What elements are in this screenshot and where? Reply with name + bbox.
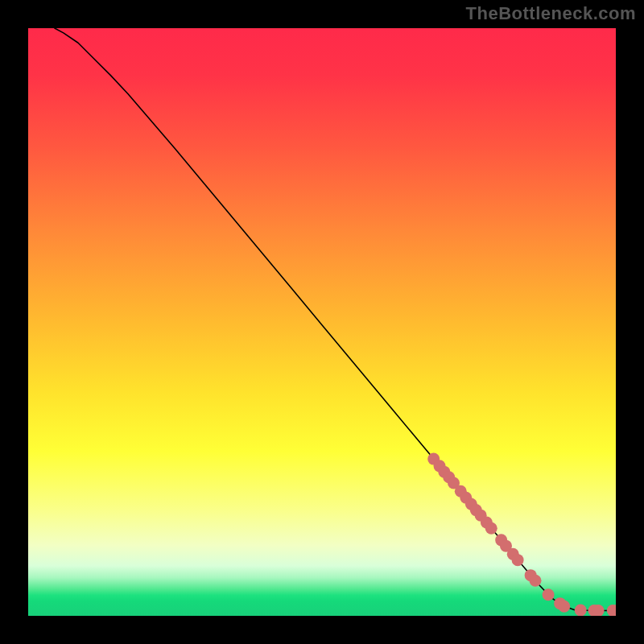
chart-stage: TheBottleneck.com [0,0,644,644]
marker-point [512,554,524,566]
plot-area [28,28,616,616]
marker-point [543,588,555,601]
marker-point [558,601,570,613]
chart-svg [28,28,616,616]
gradient-background [28,28,616,616]
marker-point [529,575,541,587]
marker-point [575,605,587,616]
watermark-text: TheBottleneck.com [466,3,636,24]
marker-point [485,522,497,535]
